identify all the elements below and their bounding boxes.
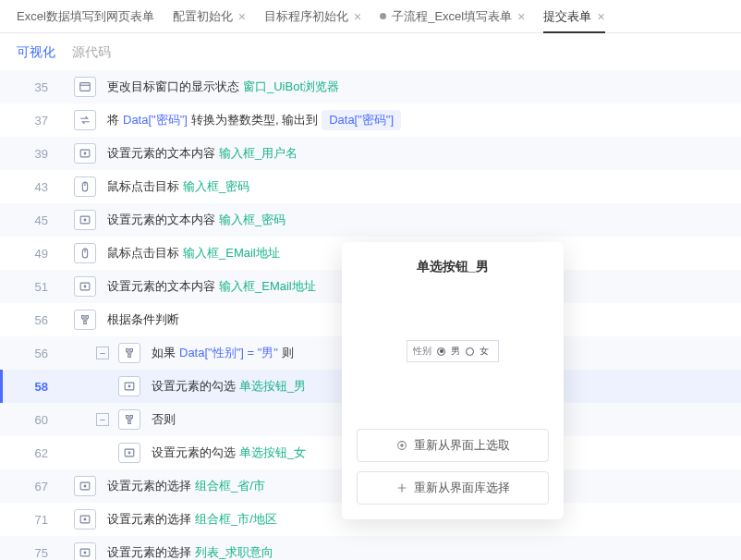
tab-label: Excel数据填写到网页表单 <box>17 8 154 25</box>
file-tab[interactable]: 配置初始化× <box>164 0 255 33</box>
step-text: 鼠标点击目标 输入框_EMail地址 <box>107 245 280 262</box>
step-text: 设置元素的勾选 单选按钮_女 <box>152 444 306 461</box>
file-tab[interactable]: 子流程_Excel填写表单× <box>370 0 534 33</box>
svg-point-12 <box>128 452 131 455</box>
tab-label: 目标程序初始化 <box>264 8 348 25</box>
step-text: 设置元素的选择 列表_求职意向 <box>107 544 273 560</box>
step-row[interactable]: 39设置元素的文本内容 输入框_用户名 <box>0 137 741 170</box>
branch-icon <box>118 409 140 430</box>
line-number: 49 <box>0 247 74 261</box>
branch-icon <box>74 310 96 330</box>
line-number: 37 <box>0 114 74 128</box>
file-tabs: Excel数据填写到网页表单配置初始化×目标程序初始化×子流程_Excel填写表… <box>0 0 741 33</box>
step-text: 根据条件判断 <box>107 311 179 328</box>
svg-point-5 <box>84 219 87 222</box>
step-row[interactable]: 35更改目标窗口的显示状态 窗口_UiBot浏览器 <box>0 70 741 103</box>
line-number: 56 <box>0 313 74 327</box>
step-text: 鼠标点击目标 输入框_密码 <box>107 178 249 195</box>
target-icon <box>395 439 408 452</box>
file-tab[interactable]: 目标程序初始化× <box>255 0 370 33</box>
target-icon <box>74 476 96 496</box>
preview-content: 性别 男 女 <box>407 340 499 362</box>
radio-icon <box>437 347 445 356</box>
step-text: 设置元素的选择 组合框_市/地区 <box>107 511 277 528</box>
file-tab[interactable]: Excel数据填写到网页表单 <box>7 0 164 33</box>
mouse-icon <box>74 243 96 263</box>
line-number: 43 <box>0 180 74 194</box>
target-icon <box>74 276 96 297</box>
tab-label: 配置初始化 <box>173 8 233 25</box>
window-icon <box>74 77 96 97</box>
target-icon <box>118 376 140 396</box>
step-row[interactable]: 45设置元素的文本内容 输入框_密码 <box>0 203 741 237</box>
target-icon <box>118 443 140 463</box>
step-text: 设置元素的选择 组合框_省/市 <box>107 478 265 494</box>
line-number: 35 <box>0 80 74 94</box>
step-text: 设置元素的勾选 单选按钮_男 <box>152 378 306 395</box>
step-text: 设置元素的文本内容 输入框_EMail地址 <box>107 278 316 295</box>
line-number: 39 <box>0 147 74 161</box>
line-number: 56 <box>0 347 74 360</box>
svg-point-14 <box>84 485 87 488</box>
modified-dot-icon <box>380 13 386 19</box>
branch-icon <box>118 343 140 363</box>
svg-point-10 <box>128 385 131 388</box>
element-preview-popup: 单选按钮_男 性别 男 女 重新从界面上选取 重新从界面库选择 <box>342 242 564 519</box>
step-text: 否则 <box>152 411 176 428</box>
repick-from-screen-button[interactable]: 重新从界面上选取 <box>357 429 549 462</box>
svg-point-16 <box>84 518 87 521</box>
tab-label: 提交表单 <box>543 8 591 25</box>
mouse-icon <box>74 177 96 197</box>
close-icon[interactable]: × <box>517 9 525 24</box>
step-text: 设置元素的文本内容 输入框_密码 <box>107 212 285 228</box>
element-screenshot-preview: 性别 男 女 <box>357 296 549 407</box>
step-row[interactable]: 37将 Data["密码"] 转换为整数类型, 输出到 Data["密码"] <box>0 103 741 137</box>
close-icon[interactable]: × <box>597 9 604 24</box>
close-icon[interactable]: × <box>354 9 361 24</box>
collapse-toggle-icon[interactable]: − <box>96 347 109 359</box>
target-icon <box>74 542 96 560</box>
svg-rect-0 <box>80 83 91 91</box>
repick-from-library-button[interactable]: 重新从界面库选择 <box>357 471 549 505</box>
step-text: 设置元素的文本内容 输入框_用户名 <box>107 145 298 162</box>
collapse-toggle-icon[interactable]: − <box>96 413 109 426</box>
line-number: 75 <box>0 546 74 560</box>
target-icon <box>74 509 96 530</box>
line-number: 62 <box>0 446 74 460</box>
line-number: 67 <box>0 480 74 493</box>
tab-label: 子流程_Excel填写表单 <box>392 8 512 25</box>
radio-icon <box>466 347 474 356</box>
view-mode-tabs: 可视化 源代码 <box>0 33 741 70</box>
line-number: 60 <box>0 413 74 427</box>
svg-point-2 <box>84 152 87 155</box>
plus-icon <box>395 481 408 494</box>
step-text: 更改目标窗口的显示状态 窗口_UiBot浏览器 <box>107 79 339 95</box>
line-number: 45 <box>0 213 74 227</box>
line-number: 58 <box>0 380 74 394</box>
svg-point-18 <box>84 552 87 554</box>
step-row[interactable]: 43鼠标点击目标 输入框_密码 <box>0 170 741 203</box>
svg-point-8 <box>84 286 87 288</box>
svg-point-20 <box>401 444 404 447</box>
file-tab[interactable]: 提交表单× <box>534 0 613 33</box>
step-text: 将 Data["密码"] 转换为整数类型, 输出到 Data["密码"] <box>107 110 401 130</box>
target-icon <box>74 210 96 230</box>
line-number: 51 <box>0 280 74 294</box>
line-number: 71 <box>0 513 74 527</box>
tab-visual[interactable]: 可视化 <box>17 44 55 61</box>
popup-title: 单选按钮_男 <box>357 259 549 275</box>
step-row[interactable]: 75设置元素的选择 列表_求职意向 <box>0 536 741 560</box>
close-icon[interactable]: × <box>238 9 246 24</box>
tab-source[interactable]: 源代码 <box>72 44 111 61</box>
convert-icon <box>74 110 96 130</box>
target-icon <box>74 143 96 164</box>
step-text: 如果 Data["性别"] = "男" 则 <box>152 345 294 361</box>
